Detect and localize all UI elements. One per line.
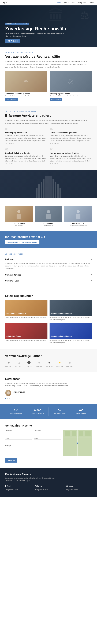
rechts-btn[interactable]: Holen Sie sich Ihre kostenlose Beratung xyxy=(5,240,39,244)
firstname-label: First Name xyxy=(5,430,32,432)
col1-text: Lorem dolor sit amet, consectetur adipis… xyxy=(5,134,47,144)
ref-dots xyxy=(5,398,92,399)
team-role-3: Buchhalter-Wirtschaftsprüfer xyxy=(64,224,92,226)
accordion-corporate-title: Corporate Law xyxy=(5,280,19,282)
kontakt-col-email: E-Mail info@domain.com xyxy=(5,485,31,492)
beg-card-1: Ihre Partner im Südamerik Lorem dolor si… xyxy=(5,300,47,321)
accordion-criminal-header[interactable]: Criminal Defense ∨ xyxy=(5,272,92,278)
leistungen-section: UNSERE LEISTUNGEN Civil Law ∧ Lorem dolo… xyxy=(0,248,97,289)
anwaelte-col-4: 04 Ihre vertrauenswürdigen Anwälte Lorem… xyxy=(50,148,92,165)
beg-text-3: Lorem dolor sit amet, ut accuam et justo… xyxy=(5,340,47,342)
stat-2: 0.000 Beratungsgespräche xyxy=(27,408,49,416)
nav-link-faq[interactable]: FAQ xyxy=(71,2,75,4)
chevron-down-icon: ∨ xyxy=(91,274,92,276)
stat-num-4: 0K xyxy=(72,409,91,412)
beg-text-1: Lorem dolor sit amet, ut accuam et justo… xyxy=(5,316,47,319)
nav-logo[interactable]: logo xyxy=(2,2,7,4)
card-verteidigung: ⚖ Verteidigung Ihrer Rechte Sample text.… xyxy=(50,71,92,100)
phone-label: Telefon xyxy=(34,438,61,439)
anwaelte-cols: 01 Verteidigung Ihrer Rechte Lorem dolor… xyxy=(5,127,92,165)
lastname-label: Last Name xyxy=(34,430,61,432)
form-field-phone: Telefon xyxy=(34,438,61,443)
anwaelte-col-2: 02 Juristische Exzellenz garantiert Lore… xyxy=(50,127,92,144)
stat-label-1: Erfolgreiche Mandate xyxy=(6,413,25,414)
ref-name: NAT REYNOLDS xyxy=(13,391,25,393)
partner-shape-1: ◎ xyxy=(6,360,11,365)
navbar: logo Home About FAQ Pricing Plan Contact xyxy=(0,0,97,6)
nav-link-home[interactable]: Home xyxy=(57,2,62,4)
head-1 xyxy=(17,210,20,213)
kontakt-col-address: Adresse info@domain.com xyxy=(66,485,92,492)
ref-avatar xyxy=(5,390,11,396)
ref-dot-3[interactable] xyxy=(9,398,10,399)
col1-title: Verteidigung Ihrer Rechte xyxy=(5,132,47,134)
accordion-corporate-header[interactable]: Corporate Law ∨ xyxy=(5,278,92,284)
card1-btn[interactable]: MEHR LESEN xyxy=(5,98,18,100)
accordion-criminal: Criminal Defense ∨ Lorem dolor sit amet,… xyxy=(5,272,92,278)
court-hero xyxy=(0,170,97,198)
team-card-1: CELIA ALMEIDA Büroleiterin xyxy=(5,206,33,226)
svg-point-12 xyxy=(77,442,78,443)
ref-dot-1[interactable] xyxy=(5,398,6,399)
partner-section: Vertrauenswürdige Partner ◎ CONTACT ◫ CO… xyxy=(0,349,97,372)
lastname-input[interactable] xyxy=(34,432,61,436)
kontakt-text: Lorem dolor sit amet, consectetur adipis… xyxy=(5,477,57,482)
message-textarea[interactable] xyxy=(5,447,61,457)
form-field-firstname: First Name xyxy=(5,430,32,436)
hero-btn[interactable]: MEHR LESEN xyxy=(5,39,20,43)
ref-dot-2[interactable] xyxy=(7,398,8,399)
team-role-1: Büroleiterin xyxy=(5,224,33,226)
email-label: E-Mail xyxy=(5,438,32,439)
beg-img-2: Kompetente Rechtslösungen xyxy=(50,300,92,316)
partner-icon-1: ◎ CONTACT xyxy=(5,360,12,367)
anwaelte-col-1: 01 Verteidigung Ihrer Rechte Lorem dolor… xyxy=(5,127,47,144)
hero-title: Zuverlässige Rechtsanwälte xyxy=(5,26,92,31)
vertrauens-title: Vertrauenswürdige Rechtsanwälte xyxy=(5,54,92,58)
kontakt-header: Kontaktieren Sie uns Lorem dolor sit ame… xyxy=(5,473,92,482)
message-label: Message xyxy=(5,445,61,446)
ref-title: Referenzen xyxy=(5,377,92,381)
phone-input[interactable] xyxy=(34,440,61,443)
lightning-icon: ⚡ xyxy=(57,360,62,365)
card2-sample: Sample text. Click to select the Text El… xyxy=(50,95,92,97)
hero-section: ⚖ 🏛 GERECHTIGKEIT UND RECHT Zuverlässige… xyxy=(0,6,97,47)
accordion-civil-header[interactable]: Civil Law ∧ xyxy=(5,256,92,262)
card2-img: ⚖ xyxy=(50,71,92,92)
stat-4: 0K Gewonnene Fälle xyxy=(70,408,92,416)
beg-grid: Ihre Partner im Südamerik Lorem dolor si… xyxy=(5,300,92,344)
schutz-title: Schutz Ihrer Rechte xyxy=(5,424,92,427)
kontakt-section: Kontaktieren Sie uns Lorem dolor sit ame… xyxy=(0,468,97,497)
col4-text: Lorem dolor sit amet, consectetur adipis… xyxy=(50,155,92,165)
beg-card-4: Kompetente Rechtslösungen Lorem dolor si… xyxy=(50,323,92,344)
accordion-corporate: Corporate Law ∨ Lorem dolor sit amet, co… xyxy=(5,278,92,284)
beg-title: Letzte Begegnungen xyxy=(5,294,92,298)
card2-caption: Verteidigung Ihrer Rechte xyxy=(50,93,92,94)
avatar-celia xyxy=(5,206,33,222)
form-submit-btn[interactable]: Absenden xyxy=(5,458,17,462)
card2-btn[interactable]: MEHR LESEN xyxy=(50,98,62,100)
email-input[interactable] xyxy=(5,440,32,443)
head-3 xyxy=(77,210,80,213)
partner-icon-5: ◉ CONTACT xyxy=(46,360,53,367)
firstname-input[interactable] xyxy=(5,432,32,436)
stat-num-3: 0+ xyxy=(50,409,69,412)
accordion-civil: Civil Law ∧ Lorem dolor sit amet, consec… xyxy=(5,256,92,272)
col1-num: 01 xyxy=(5,127,47,131)
body-2 xyxy=(46,214,51,219)
nav-link-about[interactable]: About xyxy=(64,2,69,4)
beg-img-title-2: Kompetente Rechtslösungen xyxy=(51,312,72,314)
schutz-section: Schutz Ihrer Rechte First Name Last Name… xyxy=(0,419,97,468)
form-field-email: E-Mail xyxy=(5,438,32,443)
beg-text-4: Lorem dolor sit amet, ut accuam et justo… xyxy=(50,340,92,344)
stat-label-4: Gewonnene Fälle xyxy=(72,413,91,414)
card-juristische: ✒ Juristische Exzellenz garantiert Sampl… xyxy=(5,71,47,100)
vertrauens-label: KOMPETENTE RECHTSLÖSUNGEN xyxy=(5,52,92,54)
anwaelte-label: IHRE VERTRAUENSWÜRDIGEN ANWÄLTE xyxy=(5,111,92,112)
nav-link-pricing[interactable]: Pricing Plan xyxy=(77,2,86,4)
kontakt-col-phone: Telefon info@domain.com xyxy=(35,485,62,492)
col2-num: 02 xyxy=(50,127,92,131)
nav-link-contact[interactable]: Contact xyxy=(89,2,95,4)
avatar-jack xyxy=(35,206,62,222)
card1-sample: Sample text. Click to select the Text El… xyxy=(5,95,47,97)
kontakt-email-title: E-Mail xyxy=(5,485,31,487)
